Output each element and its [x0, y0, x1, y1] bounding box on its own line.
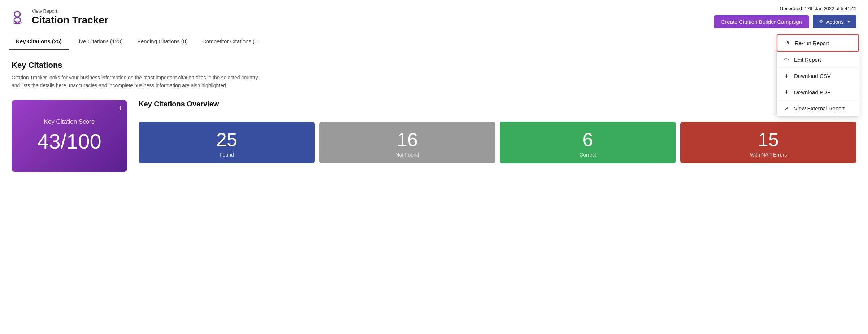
tab-competitor-citations[interactable]: Competitor Citations (...: [195, 33, 266, 50]
rerun-icon: ↺: [784, 40, 790, 46]
download-csv-label: Download CSV: [794, 73, 831, 79]
header-title-block: View Report: Citation Tracker: [32, 8, 108, 26]
section-description: Citation Tracker looks for your business…: [12, 74, 264, 90]
tab-key-citations[interactable]: Key Citations (25): [9, 33, 69, 50]
download-pdf-icon: ⬇: [783, 89, 790, 95]
found-label: Found: [220, 152, 234, 158]
overview-divider: [139, 114, 856, 114]
nap-errors-label: With NAP Errors: [750, 152, 787, 158]
header-right: Generated: 17th Jan 2022 at 5:41:41 Crea…: [714, 6, 856, 28]
found-number: 25: [216, 130, 237, 149]
dropdown-item-rerun[interactable]: ↺ Re-run Report: [777, 34, 859, 52]
tab-pending-citations[interactable]: Pending Citations (0): [130, 33, 195, 50]
score-overview-row: ℹ Key Citation Score 43/100 Key Citation…: [12, 100, 856, 172]
generated-value: 17th Jan 2022 at 5:41:41: [804, 6, 856, 11]
create-campaign-button[interactable]: Create Citation Builder Campaign: [714, 15, 809, 28]
edit-icon: ✏: [783, 56, 790, 63]
main-content: Key Citations Citation Tracker looks for…: [0, 50, 868, 182]
generated-label: Generated:: [780, 6, 803, 11]
stat-card-found: 25 Found: [139, 122, 315, 163]
header-buttons: Create Citation Builder Campaign ⚙ Actio…: [714, 15, 856, 28]
citation-tracker-icon: [9, 8, 26, 27]
external-report-icon: ↗: [783, 105, 790, 111]
page-title: Citation Tracker: [32, 14, 108, 26]
caret-down-icon: ▼: [847, 19, 851, 24]
app-container: View Report: Citation Tracker Generated:…: [0, 0, 868, 334]
gear-icon: ⚙: [819, 18, 823, 25]
correct-label: Correct: [580, 152, 596, 158]
stat-card-correct: 6 Correct: [500, 122, 676, 163]
actions-label: Actions: [826, 19, 844, 25]
nap-errors-number: 15: [758, 130, 779, 149]
tab-live-citations[interactable]: Live Citations (123): [69, 33, 130, 50]
score-value: 43/100: [37, 129, 101, 153]
header-left: View Report: Citation Tracker: [9, 8, 108, 27]
section-title: Key Citations: [12, 61, 856, 70]
stat-card-not-found: 16 Not Found: [319, 122, 495, 163]
actions-dropdown: ↺ Re-run Report ✏ Edit Report ⬇ Download…: [776, 34, 859, 117]
header-subtitle: View Report:: [32, 8, 108, 14]
score-label: Key Citation Score: [44, 118, 95, 126]
overview-cards: 25 Found 16 Not Found 6 Correct 15 With …: [139, 122, 856, 163]
score-card: ℹ Key Citation Score 43/100: [12, 100, 127, 172]
actions-button[interactable]: ⚙ Actions ▼: [813, 15, 856, 28]
dropdown-item-download-pdf[interactable]: ⬇ Download PDF: [777, 84, 859, 100]
generated-info: Generated: 17th Jan 2022 at 5:41:41: [780, 6, 856, 11]
download-csv-icon: ⬇: [783, 72, 790, 79]
not-found-number: 16: [397, 130, 418, 149]
dropdown-item-download-csv[interactable]: ⬇ Download CSV: [777, 68, 859, 84]
correct-number: 6: [583, 130, 593, 149]
info-icon[interactable]: ℹ: [119, 105, 121, 112]
overview-title: Key Citations Overview: [139, 100, 856, 108]
dropdown-item-edit[interactable]: ✏ Edit Report: [777, 52, 859, 68]
not-found-label: Not Found: [395, 152, 419, 158]
view-external-label: View External Report: [794, 105, 845, 111]
overview-section: Key Citations Overview 25 Found 16 Not F…: [139, 100, 856, 163]
header: View Report: Citation Tracker Generated:…: [0, 0, 868, 33]
tabs-bar: Key Citations (25) Live Citations (123) …: [0, 33, 868, 50]
dropdown-item-view-external[interactable]: ↗ View External Report: [777, 100, 859, 116]
stat-card-nap-errors: 15 With NAP Errors: [680, 122, 856, 163]
edit-label: Edit Report: [794, 57, 821, 63]
rerun-label: Re-run Report: [795, 40, 829, 46]
download-pdf-label: Download PDF: [794, 89, 830, 95]
svg-point-0: [14, 11, 20, 17]
